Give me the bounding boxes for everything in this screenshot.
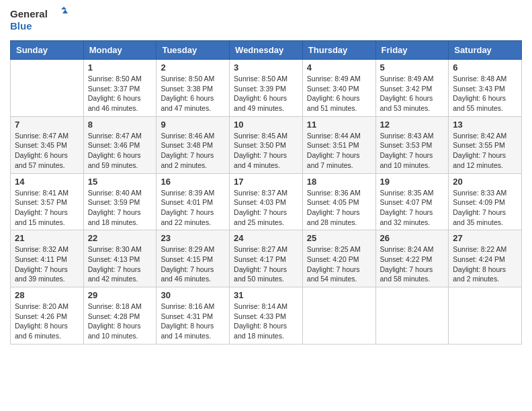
day-number: 8: [88, 120, 152, 130]
week-row-4: 28Sunrise: 8:20 AM Sunset: 4:26 PM Dayli…: [11, 287, 522, 345]
day-cell: 17Sunrise: 8:37 AM Sunset: 4:03 PM Dayli…: [230, 173, 303, 230]
day-info: Sunrise: 8:36 AM Sunset: 4:05 PM Dayligh…: [307, 188, 371, 228]
day-number: 14: [15, 177, 79, 187]
day-number: 18: [307, 177, 371, 187]
day-number: 31: [234, 290, 298, 300]
day-cell: 1Sunrise: 8:50 AM Sunset: 3:37 PM Daylig…: [83, 60, 157, 117]
page-header: General Blue: [10, 7, 522, 35]
day-number: 17: [234, 177, 298, 187]
day-number: 29: [88, 290, 152, 300]
day-info: Sunrise: 8:20 AM Sunset: 4:26 PM Dayligh…: [15, 302, 79, 341]
day-number: 22: [88, 233, 152, 243]
day-info: Sunrise: 8:39 AM Sunset: 4:01 PM Dayligh…: [161, 188, 225, 228]
day-number: 9: [161, 120, 225, 130]
day-cell: 30Sunrise: 8:16 AM Sunset: 4:31 PM Dayli…: [157, 287, 230, 345]
day-cell: 28Sunrise: 8:20 AM Sunset: 4:26 PM Dayli…: [11, 287, 84, 345]
weekday-monday: Monday: [83, 41, 157, 60]
calendar-table: SundayMondayTuesdayWednesdayThursdayFrid…: [10, 40, 522, 345]
day-cell: 9Sunrise: 8:46 AM Sunset: 3:48 PM Daylig…: [157, 116, 230, 173]
day-cell: 5Sunrise: 8:49 AM Sunset: 3:42 PM Daylig…: [375, 60, 449, 117]
week-row-1: 7Sunrise: 8:47 AM Sunset: 3:45 PM Daylig…: [11, 116, 522, 173]
day-info: Sunrise: 8:50 AM Sunset: 3:37 PM Dayligh…: [88, 74, 152, 113]
day-cell: 25Sunrise: 8:25 AM Sunset: 4:20 PM Dayli…: [302, 230, 375, 287]
day-cell: 19Sunrise: 8:35 AM Sunset: 4:07 PM Dayli…: [375, 173, 449, 230]
day-number: 16: [161, 177, 225, 187]
svg-marker-3: [62, 9, 68, 13]
day-number: 30: [161, 290, 225, 300]
day-info: Sunrise: 8:16 AM Sunset: 4:31 PM Dayligh…: [161, 302, 225, 341]
day-cell: 24Sunrise: 8:27 AM Sunset: 4:17 PM Dayli…: [230, 230, 303, 287]
day-cell: 7Sunrise: 8:47 AM Sunset: 3:45 PM Daylig…: [11, 116, 84, 173]
day-cell: 8Sunrise: 8:47 AM Sunset: 3:46 PM Daylig…: [83, 116, 157, 173]
logo-svg: General Blue: [10, 7, 71, 35]
day-cell: [449, 287, 522, 345]
weekday-wednesday: Wednesday: [230, 41, 303, 60]
day-cell: 10Sunrise: 8:45 AM Sunset: 3:50 PM Dayli…: [230, 116, 303, 173]
week-row-0: 1Sunrise: 8:50 AM Sunset: 3:37 PM Daylig…: [11, 60, 522, 117]
day-cell: 16Sunrise: 8:39 AM Sunset: 4:01 PM Dayli…: [157, 173, 230, 230]
day-info: Sunrise: 8:33 AM Sunset: 4:09 PM Dayligh…: [453, 188, 517, 228]
day-number: 6: [453, 62, 517, 73]
day-info: Sunrise: 8:25 AM Sunset: 4:20 PM Dayligh…: [307, 244, 371, 284]
day-cell: 21Sunrise: 8:32 AM Sunset: 4:11 PM Dayli…: [11, 230, 84, 287]
day-cell: 31Sunrise: 8:14 AM Sunset: 4:33 PM Dayli…: [230, 287, 303, 345]
day-info: Sunrise: 8:42 AM Sunset: 3:55 PM Dayligh…: [453, 131, 517, 171]
day-number: 21: [15, 233, 79, 243]
day-info: Sunrise: 8:40 AM Sunset: 3:59 PM Dayligh…: [88, 188, 152, 228]
day-number: 3: [234, 62, 298, 73]
day-cell: 18Sunrise: 8:36 AM Sunset: 4:05 PM Dayli…: [302, 173, 375, 230]
day-number: 15: [88, 177, 152, 187]
day-number: 24: [234, 233, 298, 243]
day-number: 20: [453, 177, 517, 187]
day-number: 23: [161, 233, 225, 243]
day-number: 19: [380, 177, 445, 187]
day-cell: 23Sunrise: 8:29 AM Sunset: 4:15 PM Dayli…: [157, 230, 230, 287]
day-cell: [302, 287, 375, 345]
day-info: Sunrise: 8:47 AM Sunset: 3:45 PM Dayligh…: [15, 131, 79, 171]
week-row-2: 14Sunrise: 8:41 AM Sunset: 3:57 PM Dayli…: [11, 173, 522, 230]
day-info: Sunrise: 8:35 AM Sunset: 4:07 PM Dayligh…: [380, 188, 445, 228]
weekday-sunday: Sunday: [11, 41, 84, 60]
day-info: Sunrise: 8:46 AM Sunset: 3:48 PM Dayligh…: [161, 131, 225, 171]
day-number: 25: [307, 233, 371, 243]
day-info: Sunrise: 8:29 AM Sunset: 4:15 PM Dayligh…: [161, 244, 225, 284]
weekday-saturday: Saturday: [449, 41, 522, 60]
day-info: Sunrise: 8:14 AM Sunset: 4:33 PM Dayligh…: [234, 302, 298, 341]
day-cell: [11, 60, 84, 117]
day-info: Sunrise: 8:43 AM Sunset: 3:53 PM Dayligh…: [380, 131, 445, 171]
day-info: Sunrise: 8:22 AM Sunset: 4:24 PM Dayligh…: [453, 244, 517, 284]
logo: General Blue: [10, 7, 71, 35]
day-number: 28: [15, 290, 79, 300]
day-info: Sunrise: 8:37 AM Sunset: 4:03 PM Dayligh…: [234, 188, 298, 228]
weekday-thursday: Thursday: [302, 41, 375, 60]
day-number: 13: [453, 120, 517, 130]
day-info: Sunrise: 8:50 AM Sunset: 3:38 PM Dayligh…: [161, 74, 225, 113]
day-cell: 14Sunrise: 8:41 AM Sunset: 3:57 PM Dayli…: [11, 173, 84, 230]
day-number: 1: [88, 62, 152, 73]
weekday-friday: Friday: [375, 41, 449, 60]
week-row-3: 21Sunrise: 8:32 AM Sunset: 4:11 PM Dayli…: [11, 230, 522, 287]
day-cell: 6Sunrise: 8:48 AM Sunset: 3:43 PM Daylig…: [449, 60, 522, 117]
day-number: 11: [307, 120, 371, 130]
day-info: Sunrise: 8:50 AM Sunset: 3:39 PM Dayligh…: [234, 74, 298, 113]
day-cell: 3Sunrise: 8:50 AM Sunset: 3:39 PM Daylig…: [230, 60, 303, 117]
day-info: Sunrise: 8:45 AM Sunset: 3:50 PM Dayligh…: [234, 131, 298, 171]
day-cell: 4Sunrise: 8:49 AM Sunset: 3:40 PM Daylig…: [302, 60, 375, 117]
svg-text:Blue: Blue: [10, 20, 32, 32]
day-cell: 27Sunrise: 8:22 AM Sunset: 4:24 PM Dayli…: [449, 230, 522, 287]
svg-text:General: General: [10, 8, 48, 19]
day-cell: 12Sunrise: 8:43 AM Sunset: 3:53 PM Dayli…: [375, 116, 449, 173]
day-info: Sunrise: 8:24 AM Sunset: 4:22 PM Dayligh…: [380, 244, 445, 284]
day-info: Sunrise: 8:49 AM Sunset: 3:42 PM Dayligh…: [380, 74, 445, 113]
day-cell: 15Sunrise: 8:40 AM Sunset: 3:59 PM Dayli…: [83, 173, 157, 230]
day-info: Sunrise: 8:41 AM Sunset: 3:57 PM Dayligh…: [15, 188, 79, 228]
svg-marker-2: [61, 7, 66, 9]
day-info: Sunrise: 8:49 AM Sunset: 3:40 PM Dayligh…: [307, 74, 371, 113]
day-cell: 22Sunrise: 8:30 AM Sunset: 4:13 PM Dayli…: [83, 230, 157, 287]
day-info: Sunrise: 8:44 AM Sunset: 3:51 PM Dayligh…: [307, 131, 371, 171]
day-number: 10: [234, 120, 298, 130]
day-number: 2: [161, 62, 225, 73]
day-number: 27: [453, 233, 517, 243]
day-number: 26: [380, 233, 445, 243]
day-info: Sunrise: 8:48 AM Sunset: 3:43 PM Dayligh…: [453, 74, 517, 113]
